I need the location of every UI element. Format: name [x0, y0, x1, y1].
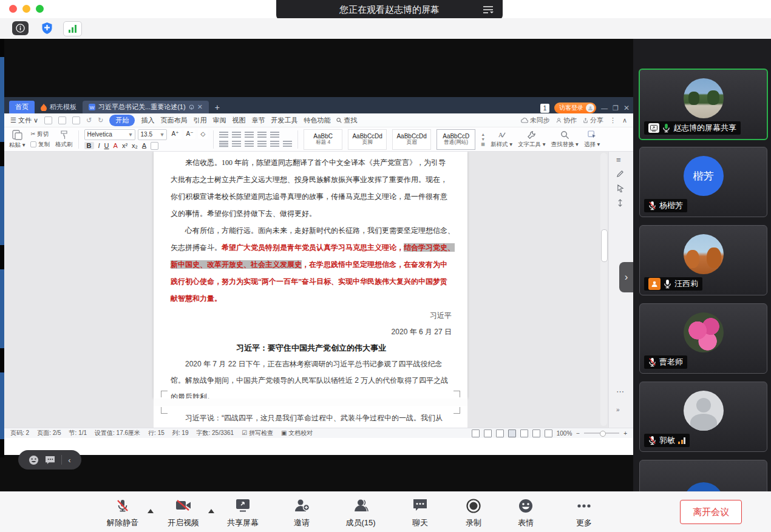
minimize-traffic-light[interactable]: [22, 5, 30, 13]
network-security-shield-icon[interactable]: [39, 21, 55, 35]
more-button[interactable]: 更多: [561, 497, 607, 530]
read-view-icon[interactable]: [484, 429, 492, 437]
wps-restore-button[interactable]: ❐: [613, 104, 619, 112]
file-menu[interactable]: ☰ 文件 ∨: [10, 116, 38, 125]
wps-tab-document[interactable]: W 习近平总书记关...重要论述(1) ✕: [83, 101, 209, 113]
document-page-3[interactable]: 习近平说：“四战四平，这只是我们革命过程中、武装斗争过程中的一战。我们从: [154, 406, 467, 428]
bullet-list-icon[interactable]: [219, 132, 228, 138]
document-page-2[interactable]: 来信收悉。100 年前，陈望道同志翻译了首个中文全译本《共产党宣言》，为引导 大…: [154, 152, 467, 399]
chat-button[interactable]: 聊天: [397, 497, 443, 530]
format-painter-button[interactable]: 格式刷: [55, 130, 73, 149]
justify-icon[interactable]: [257, 141, 267, 147]
font-color-button[interactable]: A: [114, 142, 118, 149]
reaction-smiley-icon[interactable]: [29, 455, 39, 465]
menu-review[interactable]: 审阅: [212, 116, 226, 125]
edit-pen-icon[interactable]: [616, 170, 624, 180]
preview-icon[interactable]: [72, 116, 80, 124]
vertical-scrollbar-thumb[interactable]: [601, 229, 608, 262]
participant-tile[interactable]: 楷芳 杨楷芳: [639, 147, 767, 217]
reaction-chat-icon[interactable]: [45, 456, 55, 465]
bold-button[interactable]: B: [84, 142, 94, 149]
style-heading4[interactable]: AaBbC标题 4: [304, 129, 342, 150]
meeting-info-icon[interactable]: [12, 21, 29, 35]
collapse-ribbon-icon[interactable]: ∧: [622, 116, 627, 124]
wps-minimize-button[interactable]: —: [601, 104, 608, 112]
web-view-icon[interactable]: [532, 429, 540, 437]
line-spacing-icon[interactable]: [270, 132, 279, 138]
window-count-badge[interactable]: 1: [540, 104, 549, 113]
cut-button[interactable]: ✂ 剪切: [30, 130, 49, 138]
unmute-button[interactable]: 解除静音: [100, 497, 146, 530]
wps-tab-home[interactable]: 首页: [9, 101, 35, 113]
participant-tile[interactable]: 曹老师: [639, 303, 767, 374]
guest-login-button[interactable]: 访客登录: [554, 103, 596, 113]
video-options-caret[interactable]: [208, 509, 214, 513]
align-left-icon[interactable]: [219, 141, 228, 147]
zoom-out-button[interactable]: −: [576, 430, 580, 437]
page-view-icon[interactable]: [508, 429, 516, 437]
menu-special[interactable]: 特色功能: [304, 116, 330, 125]
print-icon[interactable]: [58, 116, 66, 124]
number-list-icon[interactable]: [232, 132, 241, 138]
border-icon[interactable]: [283, 141, 292, 147]
record-button[interactable]: 录制: [450, 497, 497, 530]
outline-view-icon[interactable]: [520, 429, 528, 437]
wps-tab-docer[interactable]: 稻壳模板: [35, 101, 83, 113]
font-size-select[interactable]: 13.5▾: [138, 129, 167, 140]
menu-view[interactable]: 视图: [232, 116, 245, 125]
write-view-icon[interactable]: [496, 429, 504, 437]
highlight-button[interactable]: A̲: [142, 142, 146, 149]
superscript-button[interactable]: x²: [122, 142, 127, 149]
shared-screen-menu-icon[interactable]: [482, 5, 494, 15]
invite-button[interactable]: 邀请: [279, 497, 325, 530]
style-header[interactable]: AaBbCcDd页眉: [392, 129, 431, 150]
members-button[interactable]: 成员(15): [338, 497, 384, 530]
style-normal-web[interactable]: AaBbCcD普通(网站): [436, 129, 475, 150]
clear-format-icon[interactable]: ◇: [198, 129, 208, 139]
reaction-bar-collapse-icon[interactable]: ‹: [68, 456, 70, 465]
new-style-button[interactable]: A 新样式 ▾: [491, 130, 512, 149]
share-screen-button[interactable]: 共享屏幕: [220, 497, 266, 530]
menu-insert[interactable]: 插入: [141, 116, 154, 125]
save-icon[interactable]: [44, 116, 52, 124]
maximize-traffic-light[interactable]: [36, 5, 44, 13]
menu-references[interactable]: 引用: [193, 116, 206, 125]
participant-tile[interactable]: 汪西莉: [639, 225, 767, 295]
menu-dev-tools[interactable]: 开发工具: [271, 116, 297, 125]
vertical-scrollbar-track[interactable]: [600, 153, 607, 426]
paste-button[interactable]: 粘贴 ▾: [9, 129, 25, 149]
fit-page-view-icon[interactable]: [472, 429, 480, 437]
shrink-font-button[interactable]: A⁻: [184, 129, 196, 139]
participant-tile[interactable]: 郭敏: [639, 382, 767, 452]
zoom-level[interactable]: 100%: [557, 430, 572, 437]
outdent-icon[interactable]: [245, 132, 254, 138]
wps-close-button[interactable]: ✕: [623, 104, 630, 112]
share-button[interactable]: 分享: [583, 116, 603, 125]
connection-signal-icon[interactable]: [63, 21, 82, 36]
tab-close-icon[interactable]: ✕: [197, 103, 203, 111]
side-collapse-icon[interactable]: »: [616, 406, 620, 413]
styles-down-icon[interactable]: ▼: [481, 137, 485, 141]
select-cursor-icon[interactable]: [616, 184, 624, 194]
side-more-icon[interactable]: ⋯: [616, 387, 624, 396]
subscript-button[interactable]: x₂: [132, 142, 138, 149]
style-footer[interactable]: AaBbCcDd页脚: [348, 129, 387, 150]
select-button[interactable]: 选择 ▾: [584, 130, 600, 149]
eye-protect-icon[interactable]: [545, 429, 552, 437]
grow-font-button[interactable]: A⁺: [169, 129, 182, 139]
menu-find[interactable]: 查找: [336, 116, 357, 125]
char-border-icon[interactable]: [151, 142, 158, 150]
styles-more-icon[interactable]: ▦: [481, 142, 485, 147]
shading-icon[interactable]: [270, 141, 279, 147]
align-center-icon[interactable]: [232, 141, 241, 147]
menu-section[interactable]: 章节: [251, 116, 265, 125]
emoji-button[interactable]: 表情: [503, 497, 549, 530]
participant-tile-sharing[interactable]: 赵志博的屏幕共享: [639, 69, 768, 140]
align-right-icon[interactable]: [245, 141, 254, 147]
zoom-in-button[interactable]: +: [623, 430, 627, 437]
redo-icon[interactable]: ↻: [98, 116, 103, 124]
indent-icon[interactable]: [257, 132, 267, 138]
spell-check-toggle[interactable]: ☑ 拼写检查: [242, 429, 273, 437]
menu-page-layout[interactable]: 页面布局: [160, 116, 187, 125]
zoom-slider[interactable]: [584, 433, 619, 434]
